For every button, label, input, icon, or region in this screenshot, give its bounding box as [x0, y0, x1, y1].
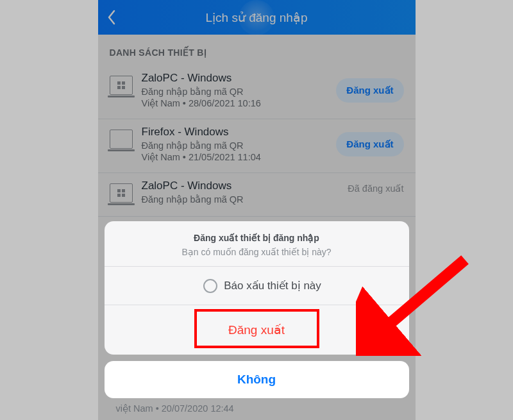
cancel-button[interactable]: Không	[105, 361, 409, 398]
report-label: Báo xấu thiết bị này	[224, 279, 321, 292]
confirm-logout-button[interactable]: Đăng xuất	[105, 305, 409, 355]
report-device-option[interactable]: Báo xấu thiết bị này	[105, 266, 409, 305]
sheet-title: Đăng xuất thiết bị đăng nhập	[120, 233, 394, 243]
device-meta-peek: việt Nam • 20/07/2020 12:44	[105, 398, 409, 414]
action-sheet: Đăng xuất thiết bị đăng nhập Bạn có muốn…	[105, 221, 409, 355]
sheet-header: Đăng xuất thiết bị đăng nhập Bạn có muốn…	[105, 221, 409, 266]
phone-frame: Lịch sử đăng nhập DANH SÁCH THIẾT BỊ Zal…	[98, 0, 416, 420]
cancel-label: Không	[237, 373, 276, 387]
action-sheet-container: Đăng xuất thiết bị đăng nhập Bạn có muốn…	[105, 221, 409, 414]
radio-unchecked-icon	[203, 279, 217, 293]
confirm-label: Đăng xuất	[228, 323, 285, 337]
sheet-message: Bạn có muốn đăng xuất thiết bị này?	[120, 247, 394, 257]
